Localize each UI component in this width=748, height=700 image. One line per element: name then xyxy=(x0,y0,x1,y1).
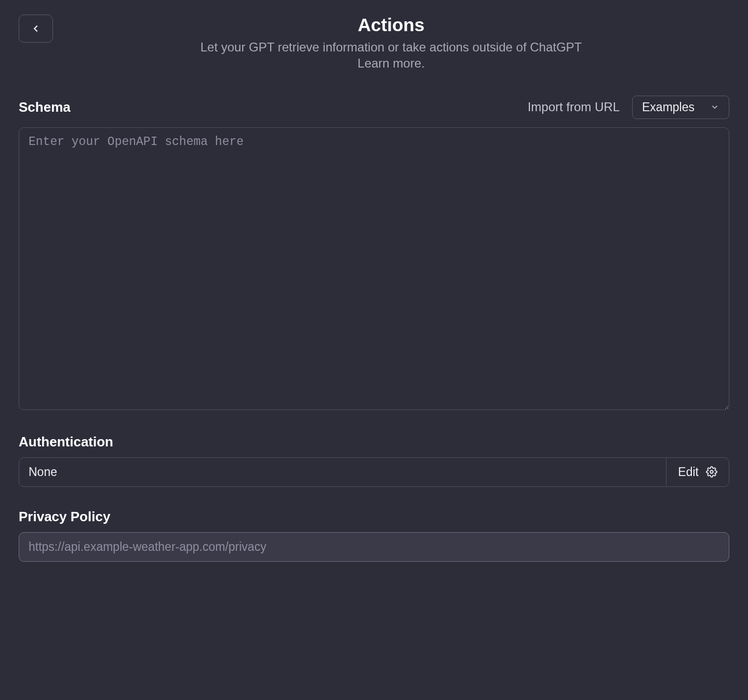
examples-dropdown-label: Examples xyxy=(642,100,694,114)
authentication-edit-button[interactable]: Edit xyxy=(666,458,729,486)
svg-point-0 xyxy=(710,470,713,473)
privacy-policy-label: Privacy Policy xyxy=(19,509,729,525)
authentication-section: Authentication None Edit xyxy=(19,434,729,487)
privacy-policy-input[interactable] xyxy=(19,532,729,562)
chevron-down-icon xyxy=(710,102,719,112)
authentication-edit-label: Edit xyxy=(678,465,699,479)
examples-dropdown[interactable]: Examples xyxy=(632,96,729,119)
page-title: Actions xyxy=(53,15,729,35)
schema-label: Schema xyxy=(19,99,71,115)
privacy-policy-section: Privacy Policy xyxy=(19,509,729,562)
gear-icon xyxy=(706,466,717,478)
header-center: Actions Let your GPT retrieve informatio… xyxy=(53,15,729,71)
chevron-left-icon xyxy=(30,23,42,34)
page-subtitle: Let your GPT retrieve information or tak… xyxy=(53,38,729,56)
back-button[interactable] xyxy=(19,15,53,43)
authentication-value: None xyxy=(19,458,666,486)
schema-section: Schema Import from URL Examples xyxy=(19,96,729,412)
schema-textarea[interactable] xyxy=(19,127,729,410)
learn-more-link[interactable]: Learn more. xyxy=(53,56,729,71)
authentication-label: Authentication xyxy=(19,434,729,450)
import-from-url-link[interactable]: Import from URL xyxy=(528,100,620,114)
